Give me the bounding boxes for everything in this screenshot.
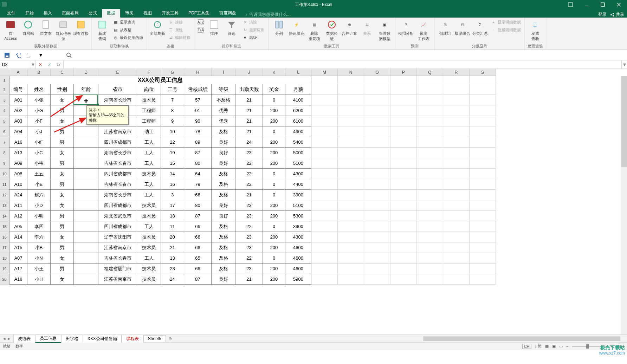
cell[interactable]: [338, 105, 364, 116]
cell[interactable]: A09: [9, 158, 27, 169]
cell[interactable]: [74, 211, 98, 221]
cell[interactable]: [364, 211, 390, 221]
cell[interactable]: [364, 169, 390, 179]
column-header[interactable]: L: [285, 69, 311, 76]
cell[interactable]: 4600: [285, 242, 311, 253]
cell[interactable]: 23: [161, 264, 184, 274]
cell[interactable]: 8: [161, 105, 184, 116]
cell[interactable]: 工人: [137, 253, 161, 264]
cell[interactable]: 22: [235, 253, 263, 264]
cell[interactable]: 0: [263, 169, 285, 179]
cell[interactable]: 女: [51, 200, 74, 211]
sort-button[interactable]: 排序: [206, 18, 222, 37]
cell[interactable]: [390, 76, 417, 84]
cell[interactable]: 23: [235, 242, 263, 253]
cell[interactable]: [417, 137, 443, 148]
tab-view[interactable]: 视图: [138, 9, 157, 18]
cell[interactable]: [311, 76, 338, 84]
cell[interactable]: [443, 84, 470, 95]
cell[interactable]: 小F: [27, 116, 51, 126]
cell[interactable]: A18: [9, 274, 27, 285]
from-web-button[interactable]: 自网站: [20, 18, 37, 37]
scrollbar-thumb[interactable]: [621, 76, 627, 167]
cell[interactable]: [74, 221, 98, 232]
cell[interactable]: 考核成绩: [184, 84, 212, 95]
fx-confirm-button[interactable]: ✓: [45, 62, 54, 67]
cell[interactable]: 16: [161, 179, 184, 190]
row-header[interactable]: 7: [0, 137, 9, 148]
cell[interactable]: [417, 158, 443, 169]
cell[interactable]: [311, 84, 338, 95]
cell[interactable]: 小J: [27, 126, 51, 137]
cell[interactable]: [470, 253, 496, 264]
sort-asc-button[interactable]: A↓Z: [196, 18, 205, 26]
cell[interactable]: [74, 190, 98, 200]
cell[interactable]: 5300: [285, 211, 311, 221]
cell[interactable]: 23: [235, 264, 263, 274]
cell[interactable]: 省市: [98, 84, 137, 95]
cell[interactable]: [417, 200, 443, 211]
cell[interactable]: XXX公司员工信息: [9, 76, 311, 84]
cell[interactable]: [470, 105, 496, 116]
cell[interactable]: [390, 169, 417, 179]
cell[interactable]: [390, 84, 417, 95]
zoom-thumb[interactable]: [586, 344, 589, 349]
cell[interactable]: 24: [161, 274, 184, 285]
show-queries-button[interactable]: ▦显示查询: [111, 18, 144, 26]
tab-dev[interactable]: 开发工具: [157, 9, 183, 18]
cell[interactable]: 奖金: [263, 84, 285, 95]
what-if-button[interactable]: ？模拟分析: [397, 18, 414, 37]
cell[interactable]: 0: [263, 95, 285, 105]
cell[interactable]: 200: [263, 264, 285, 274]
cell[interactable]: 6100: [285, 116, 311, 126]
cell[interactable]: A24: [9, 190, 27, 200]
cell[interactable]: [311, 232, 338, 242]
cell[interactable]: 女: [51, 95, 74, 105]
cell[interactable]: 湖北省武汉市: [98, 211, 137, 221]
cell[interactable]: [311, 211, 338, 221]
cell[interactable]: 男: [51, 137, 74, 148]
edit-links-button[interactable]: ⇄编辑链接: [167, 34, 192, 41]
cell[interactable]: 技术员: [137, 232, 161, 242]
column-header[interactable]: K: [263, 69, 285, 76]
sheet-tab[interactable]: 田字格: [61, 335, 83, 343]
cell[interactable]: [390, 274, 417, 285]
cell[interactable]: 湖南省长沙市: [98, 190, 137, 200]
cell[interactable]: [338, 76, 364, 84]
cell[interactable]: [364, 105, 390, 116]
cell[interactable]: [364, 232, 390, 242]
sheet-tab[interactable]: XXX公司销售额: [83, 335, 122, 343]
cell[interactable]: 0: [263, 190, 285, 200]
cell[interactable]: [338, 232, 364, 242]
cell[interactable]: 编号: [9, 84, 27, 95]
column-header[interactable]: N: [338, 69, 364, 76]
from-access-button[interactable]: 自 Access: [2, 18, 19, 41]
cell[interactable]: 23: [235, 211, 263, 221]
cell[interactable]: [311, 95, 338, 105]
cell[interactable]: [390, 105, 417, 116]
cell[interactable]: A04: [9, 126, 27, 137]
column-header[interactable]: I: [212, 69, 235, 76]
cell[interactable]: 小红: [27, 137, 51, 148]
cell[interactable]: 15: [161, 158, 184, 169]
tab-data[interactable]: 数据: [102, 9, 120, 18]
cell[interactable]: 赵六: [27, 190, 51, 200]
cell[interactable]: 等级: [212, 84, 235, 95]
cell[interactable]: 10: [161, 126, 184, 137]
cell[interactable]: 91: [184, 105, 212, 116]
cell[interactable]: [443, 126, 470, 137]
cell[interactable]: [417, 211, 443, 221]
cell[interactable]: 技术员: [137, 200, 161, 211]
row-header[interactable]: 4: [0, 105, 9, 116]
cell[interactable]: [338, 264, 364, 274]
cell[interactable]: [443, 274, 470, 285]
cell[interactable]: [390, 158, 417, 169]
formula-input[interactable]: [64, 60, 621, 69]
cell[interactable]: 200: [263, 148, 285, 158]
cell[interactable]: [390, 264, 417, 274]
cell[interactable]: [364, 148, 390, 158]
cell[interactable]: 李六: [27, 232, 51, 242]
cell[interactable]: 工人: [137, 190, 161, 200]
cell[interactable]: 57: [184, 95, 212, 105]
cell[interactable]: [364, 242, 390, 253]
